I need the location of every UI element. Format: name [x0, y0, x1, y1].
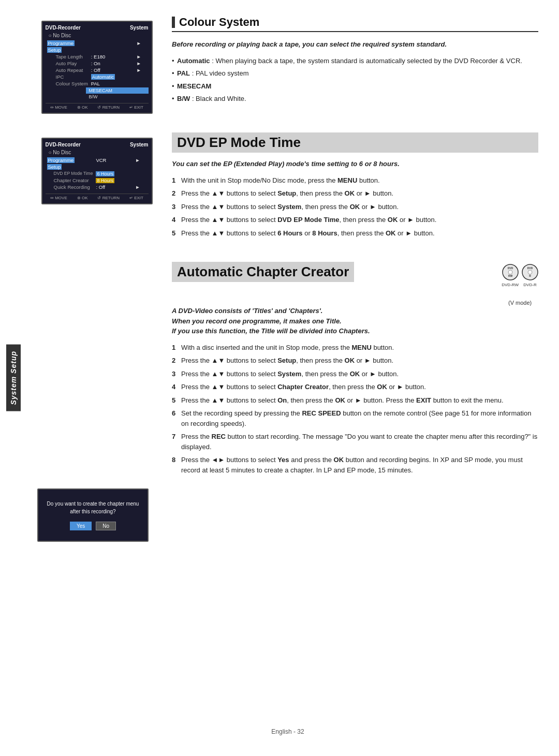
colour-intro: Before recording or playing back a tape,… — [172, 39, 538, 50]
screen-system: System — [130, 25, 149, 31]
screen-row-ipc: IPC Automatic — [46, 73, 149, 80]
auto-chapter-right: Automatic Chapter Creator DVD RW DVD- — [172, 262, 538, 480]
ac-step-4: 4Press the ▲▼ buttons to select Chapter … — [172, 382, 538, 392]
dvd-ep-screen: DVD-Recorder System ○ No Disc Programme … — [41, 138, 153, 204]
vmode-label: (V mode) — [508, 300, 532, 306]
ep-row-chapter: Chapter Creator 8 Hours — [46, 177, 149, 184]
colour-system-left: DVD-Recorder System ○ No Disc Programme … — [37, 16, 156, 114]
dvd-rw-icon: DVD RW DVD-RW — [502, 264, 519, 287]
dvd-ep-section: DVD-Recorder System ○ No Disc Programme … — [37, 132, 538, 243]
ac-step-3: 3Press the ▲▼ buttons to select System, … — [172, 369, 538, 379]
disc-icons-container: DVD RW DVD-RW DVD R — [502, 264, 538, 306]
auto-chapter-heading: Automatic Chapter Creator — [172, 262, 354, 282]
colour-system-section: DVD-Recorder System ○ No Disc Programme … — [37, 16, 538, 114]
svg-point-1 — [508, 270, 512, 274]
dvd-ep-intro: You can set the EP (Extended Play) mode'… — [172, 159, 538, 169]
ep-step-3: 3Press the ▲▼ buttons to select System, … — [172, 202, 538, 212]
screen-row-autorepeat: Auto Repeat : Off ► — [46, 67, 149, 73]
side-tab-text: System Setup — [9, 351, 18, 405]
submenu-mesecam: MESECAM — [86, 87, 149, 94]
dvd-ep-left: DVD-Recorder System ○ No Disc Programme … — [37, 132, 156, 243]
svg-point-5 — [528, 270, 532, 274]
ep-step-1: 1With the unit in Stop mode/No Disc mode… — [172, 175, 538, 186]
auto-chapter-section: Automatic Chapter Creator DVD RW DVD- — [37, 262, 538, 480]
ac-step-1: 1With a disc inserted and the unit in St… — [172, 343, 538, 353]
svg-text:RW: RW — [508, 274, 513, 277]
dvd-r-icon: DVD R DVD-R — [522, 264, 538, 287]
dialog-no-button[interactable]: No — [96, 522, 116, 530]
ep-step-5: 5Press the ▲▼ buttons to select 6 Hours … — [172, 228, 538, 239]
screen-title: DVD-Recorder — [46, 25, 81, 31]
colour-bullets: Automatic : When playing back a tape, th… — [172, 56, 538, 104]
ac-step-5: 5Press the ▲▼ buttons to select On, then… — [172, 395, 538, 406]
dvd-ep-heading: DVD EP Mode Time — [172, 132, 538, 153]
ep-step-4: 4Press the ▲▼ buttons to select DVD EP M… — [172, 215, 538, 225]
ep-row-programme: Programme VCR ► — [46, 157, 149, 164]
svg-text:DVD: DVD — [507, 266, 513, 270]
dvd-r-label: DVD-R — [522, 283, 538, 287]
main-content: DVD-Recorder System ○ No Disc Programme … — [27, 0, 559, 756]
submenu-bw: B/W — [86, 94, 149, 100]
dvd-ep-steps: 1With the unit in Stop mode/No Disc mode… — [172, 175, 538, 239]
dialog-yes-button[interactable]: Yes — [70, 522, 92, 530]
screen-table: Programme ► Setup Tape Length : E180 — [46, 40, 149, 87]
ep-screen-title-bar: DVD-Recorder System — [46, 142, 149, 147]
auto-chapter-steps: 1With a disc inserted and the unit in St… — [172, 343, 538, 476]
dvd-rw-label: DVD-RW — [502, 283, 519, 287]
colour-submenu: MESECAM B/W — [86, 87, 149, 100]
screen-footer: ⇔ MOVE ⊛ OK ↺ RETURN ↵ EXIT — [46, 103, 149, 110]
svg-text:DVD: DVD — [527, 266, 533, 270]
colour-system-right: Colour System Before recording or playin… — [172, 16, 538, 114]
ep-screen-title: DVD-Recorder — [46, 142, 81, 147]
screen-row-tape: Tape Length : E180 ► — [46, 53, 149, 60]
screen-title-bar: DVD-Recorder System — [46, 25, 149, 31]
screen-row-programme: Programme ► — [46, 40, 149, 47]
ep-screen-no-disc: ○ No Disc — [46, 150, 149, 155]
side-tab: System Setup — [0, 0, 27, 756]
ac-step-7: 7Press the REC button to start recording… — [172, 432, 538, 452]
chapter-dialog-col: Do you want to create the chapter menu a… — [37, 488, 156, 542]
ac-step-6: 6Set the recording speed by pressing the… — [172, 408, 538, 428]
svg-text:R: R — [529, 274, 531, 277]
disc-icons: DVD RW DVD-RW DVD R — [502, 264, 538, 287]
footer-text: English - 32 — [271, 728, 304, 735]
bullet-pal: PAL : PAL video system — [172, 68, 538, 79]
ac-step-8: 8Press the ◄► buttons to select Yes and … — [172, 455, 538, 475]
ep-row-quick: Quick Recording : Off ► — [46, 184, 149, 190]
dialog-text: Do you want to create the chapter menu a… — [45, 500, 141, 515]
auto-chapter-left — [37, 262, 156, 480]
colour-system-screen: DVD-Recorder System ○ No Disc Programme … — [41, 21, 153, 114]
ep-screen-footer: ⇔ MOVE ⊛ OK ↺ RETURN ↵ EXIT — [46, 194, 149, 200]
dialog-buttons: Yes No — [70, 522, 116, 530]
screen-row-setup: Setup — [46, 47, 149, 53]
side-tab-label: System Setup — [6, 345, 21, 411]
chapter-dialog-row: Do you want to create the chapter menu a… — [37, 488, 538, 542]
ep-screen-system: System — [130, 142, 149, 147]
page-footer: English - 32 — [37, 718, 538, 735]
ep-step-2: 2Press the ▲▼ buttons to select Setup, t… — [172, 188, 538, 199]
chapter-dialog: Do you want to create the chapter menu a… — [37, 488, 149, 542]
screen-row-colour: Colour System PAL — [46, 80, 149, 87]
colour-system-heading: Colour System — [172, 16, 538, 32]
ep-row-setup: Setup — [46, 164, 149, 170]
screen-no-disc: ○ No Disc — [46, 33, 149, 38]
auto-chapter-intro: A DVD-Video consists of 'Titles' and 'Ch… — [172, 306, 538, 336]
dvd-ep-right: DVD EP Mode Time You can set the EP (Ext… — [172, 132, 538, 243]
chapter-dialog-spacer — [172, 488, 538, 542]
page: System Setup DVD-Recorder System ○ No Di… — [0, 0, 559, 756]
ep-row-ep-mode: DVD EP Mode Time 6 Hours — [46, 170, 149, 177]
bullet-automatic: Automatic : When playing back a tape, th… — [172, 56, 538, 66]
ep-screen-table: Programme VCR ► Setup DVD EP Mode Time 6… — [46, 157, 149, 190]
ac-step-2: 2Press the ▲▼ buttons to select Setup, t… — [172, 355, 538, 366]
screen-row-autoplay: Auto Play : On ► — [46, 60, 149, 67]
bullet-bw: B/W : Black and White. — [172, 94, 538, 104]
bullet-mesecam: MESECAM — [172, 81, 538, 92]
